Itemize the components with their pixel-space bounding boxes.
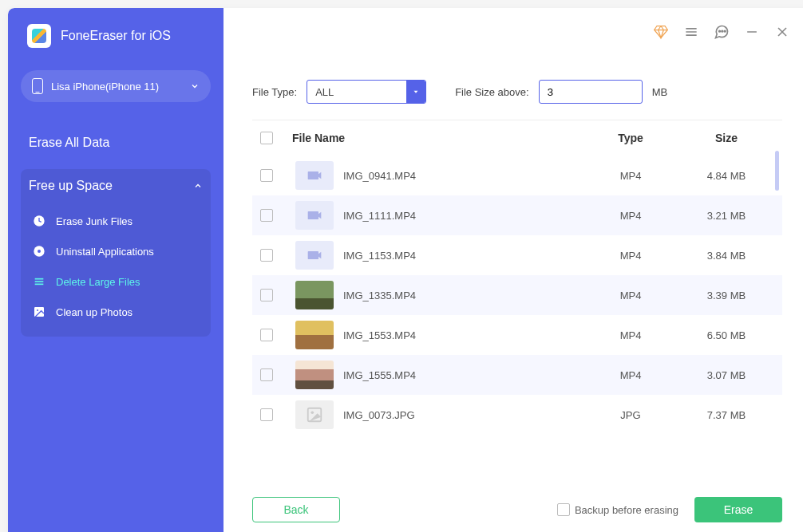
table-row[interactable]: IMG_1111.MP4MP43.21 MB: [252, 195, 782, 235]
table-body: IMG_0941.MP4MP44.84 MBIMG_1111.MP4MP43.2…: [252, 156, 782, 435]
nav-item-large-label: Delete Large Files: [56, 276, 140, 288]
titlebar: [632, 8, 803, 56]
svg-point-22: [311, 411, 314, 414]
premium-icon[interactable]: [653, 24, 669, 40]
backup-checkbox[interactable]: [557, 503, 570, 516]
file-name: IMG_0941.MP4: [343, 170, 583, 182]
nav-item-junk-files[interactable]: Erase Junk Files: [21, 206, 211, 236]
device-selector[interactable]: Lisa iPhone(iPhone 11): [21, 70, 211, 102]
file-thumbnail: [295, 201, 334, 230]
file-size-label: File Size above:: [455, 86, 529, 98]
row-checkbox[interactable]: [260, 169, 273, 182]
row-checkbox[interactable]: [260, 209, 273, 222]
file-name: IMG_1555.MP4: [343, 369, 583, 381]
logo-row: FoneEraser for iOS: [21, 24, 211, 48]
svg-point-7: [37, 309, 38, 311]
image-icon: [32, 305, 46, 319]
svg-point-11: [719, 30, 721, 32]
header-size: Size: [678, 132, 774, 144]
file-type: JPG: [583, 409, 678, 421]
file-type: MP4: [583, 329, 678, 341]
table-row[interactable]: IMG_1555.MP4MP43.07 MB: [252, 355, 782, 395]
file-type: MP4: [583, 250, 678, 262]
file-type: MP4: [583, 170, 678, 182]
file-type: MP4: [583, 369, 678, 381]
disc-icon: [32, 244, 46, 258]
backup-before-erasing[interactable]: Backup before erasing: [557, 503, 678, 516]
svg-marker-17: [414, 91, 418, 93]
table-row[interactable]: IMG_1553.MP4MP46.50 MB: [252, 315, 782, 355]
scrollbar-thumb[interactable]: [775, 151, 779, 191]
file-table: File Name Type Size IMG_0941.MP4MP44.84 …: [252, 120, 782, 483]
header-name: File Name: [292, 132, 583, 144]
row-checkbox[interactable]: [260, 329, 273, 341]
file-size-unit: MB: [652, 86, 668, 98]
nav-free-up-space[interactable]: Free up Space: [21, 169, 211, 203]
back-button[interactable]: Back: [252, 497, 340, 522]
minimize-icon[interactable]: [744, 24, 760, 40]
table-row[interactable]: IMG_1153.MP4MP43.84 MB: [252, 235, 782, 275]
list-icon: [32, 274, 46, 289]
svg-point-13: [724, 30, 726, 32]
chevron-up-icon: [193, 181, 203, 191]
file-size: 3.07 MB: [678, 369, 774, 381]
svg-rect-20: [308, 251, 318, 259]
nav-free-up-items: Erase Junk Files Uninstall Applications …: [21, 203, 211, 337]
file-size: 3.84 MB: [678, 250, 774, 262]
close-icon[interactable]: [774, 24, 790, 40]
file-name: IMG_1111.MP4: [343, 210, 583, 222]
file-size-input[interactable]: [539, 80, 643, 104]
row-checkbox[interactable]: [260, 408, 273, 421]
erase-button[interactable]: Erase: [694, 497, 782, 522]
table-row[interactable]: IMG_1335.MP4MP43.39 MB: [252, 275, 782, 315]
file-name: IMG_1335.MP4: [343, 290, 583, 301]
nav-item-uninstall[interactable]: Uninstall Applications: [21, 236, 211, 266]
file-type: MP4: [583, 290, 678, 301]
phone-icon: [32, 78, 43, 94]
app-title: FoneEraser for iOS: [61, 29, 171, 43]
app-logo-icon: [27, 24, 51, 48]
table-row[interactable]: IMG_0941.MP4MP44.84 MB: [252, 156, 782, 195]
content: File Type: ALL File Size above: MB File …: [223, 8, 803, 483]
nav-item-uninstall-label: Uninstall Applications: [56, 246, 154, 258]
sidebar: FoneEraser for iOS Lisa iPhone(iPhone 11…: [8, 8, 223, 532]
footer: Back Backup before erasing Erase: [223, 483, 803, 532]
row-checkbox[interactable]: [260, 289, 273, 301]
file-type-select[interactable]: ALL: [307, 80, 426, 104]
clock-icon: [32, 214, 46, 228]
file-type-label: File Type:: [252, 86, 297, 98]
nav-item-large-files[interactable]: Delete Large Files: [21, 266, 211, 297]
svg-rect-19: [308, 211, 318, 219]
header-type: Type: [583, 132, 678, 144]
row-checkbox[interactable]: [260, 249, 273, 262]
file-size: 3.21 MB: [678, 210, 774, 222]
nav-item-photos-label: Clean up Photos: [56, 306, 133, 318]
file-size: 6.50 MB: [678, 329, 774, 341]
table-header: File Name Type Size: [252, 120, 782, 156]
file-name: IMG_1553.MP4: [343, 329, 583, 341]
file-thumbnail: [295, 321, 334, 349]
file-thumbnail: [295, 241, 334, 270]
file-name: IMG_1153.MP4: [343, 250, 583, 262]
app-window: FoneEraser for iOS Lisa iPhone(iPhone 11…: [8, 8, 803, 532]
nav-item-junk-label: Erase Junk Files: [56, 215, 133, 227]
svg-point-2: [38, 250, 41, 253]
device-name: Lisa iPhone(iPhone 11): [51, 81, 182, 93]
file-size: 3.39 MB: [678, 290, 774, 301]
menu-icon[interactable]: [683, 24, 699, 40]
select-all-checkbox[interactable]: [260, 132, 273, 144]
file-thumbnail: [295, 400, 334, 429]
feedback-icon[interactable]: [714, 24, 730, 40]
file-thumbnail: [295, 161, 334, 190]
file-size: 4.84 MB: [678, 170, 774, 182]
nav-erase-all-label: Erase All Data: [29, 136, 109, 150]
file-type-value: ALL: [307, 86, 406, 98]
backup-label: Backup before erasing: [575, 504, 678, 516]
file-type: MP4: [583, 210, 678, 222]
nav-erase-all-data[interactable]: Erase All Data: [21, 126, 211, 160]
filter-bar: File Type: ALL File Size above: MB: [252, 80, 782, 104]
row-checkbox[interactable]: [260, 368, 273, 381]
nav-item-photos[interactable]: Clean up Photos: [21, 297, 211, 327]
table-row[interactable]: IMG_0073.JPGJPG7.37 MB: [252, 395, 782, 435]
svg-rect-18: [308, 171, 318, 179]
